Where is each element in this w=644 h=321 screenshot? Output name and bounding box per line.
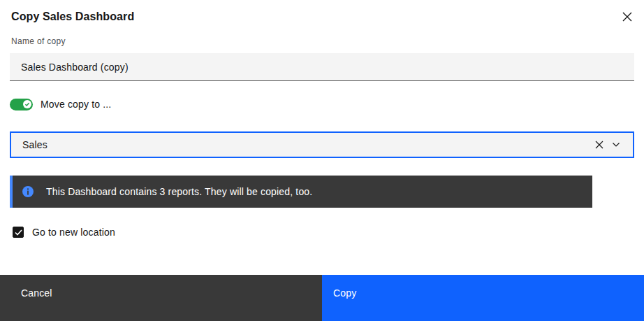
location-dropdown-value: Sales [22, 139, 591, 150]
dropdown-open-button[interactable] [608, 136, 624, 153]
move-copy-toggle-row: Move copy to ... [10, 98, 111, 110]
move-copy-toggle[interactable] [10, 99, 33, 110]
cancel-button[interactable]: Cancel [0, 275, 322, 321]
clear-icon [595, 141, 603, 149]
copy-dashboard-modal: Copy Sales Dashboard Name of copy Move c… [0, 0, 644, 321]
close-icon [622, 12, 632, 22]
goto-location-row: Go to new location [13, 227, 115, 238]
modal-footer: Cancel Copy [0, 275, 644, 321]
modal-title: Copy Sales Dashboard [11, 10, 134, 23]
clear-selection-button[interactable] [591, 136, 608, 153]
chevron-down-icon [612, 142, 620, 148]
goto-location-label: Go to new location [32, 227, 115, 238]
move-copy-toggle-label: Move copy to ... [41, 99, 111, 110]
name-of-copy-input[interactable] [10, 53, 634, 81]
location-dropdown[interactable]: Sales [10, 131, 634, 158]
info-icon [22, 186, 34, 197]
goto-location-checkbox[interactable] [13, 227, 24, 238]
info-notification: This Dashboard contains 3 reports. They … [10, 176, 592, 208]
toggle-knob [23, 100, 31, 108]
close-button[interactable] [615, 4, 640, 29]
notification-message: This Dashboard contains 3 reports. They … [46, 186, 312, 197]
check-icon [24, 101, 30, 107]
name-of-copy-label: Name of copy [11, 36, 66, 46]
check-icon [15, 229, 22, 236]
copy-button[interactable]: Copy [322, 275, 644, 321]
